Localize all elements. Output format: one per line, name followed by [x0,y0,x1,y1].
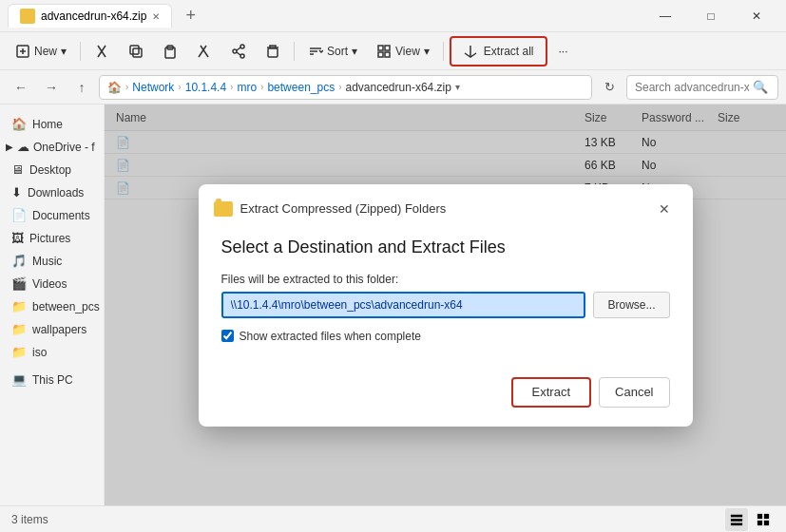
breadcrumb-home-icon: 🏠 [107,81,122,94]
tab-close-btn[interactable]: ✕ [152,11,160,22]
view-button[interactable]: View ▾ [369,36,437,66]
sidebar-item-documents[interactable]: 📄 Documents [4,204,100,226]
music-icon: 🎵 [11,254,27,268]
dialog-checkbox-label: Show extracted files when complete [240,330,421,343]
dialog-extract-button[interactable]: Extract [511,377,591,408]
sidebar-videos-label: Videos [32,277,67,291]
grid-view-button[interactable] [752,508,775,531]
rename-button[interactable] [189,36,220,66]
paste-button[interactable] [155,36,185,66]
folder-icon-iso: 📁 [11,345,27,359]
maximize-button[interactable]: □ [689,1,733,31]
breadcrumb-dropdown[interactable]: ▾ [455,82,460,92]
bc-sep-5: › [338,82,341,92]
dialog-footer: Extract Cancel [199,377,693,427]
items-count: 3 items [11,513,48,526]
search-icon: 🔍 [753,80,768,94]
dialog-path-row: Browse... [221,292,670,318]
dialog-title-area: Extract Compressed (Zipped) Folders [214,201,447,217]
extract-all-button[interactable]: Extract all [450,36,547,66]
sidebar: 🏠 Home ▶ ☁ OneDrive - f 🖥 Desktop ⬇ Down… [0,104,105,505]
svg-rect-21 [385,46,390,50]
sidebar-item-between-pcs[interactable]: 📁 between_pcs [4,295,100,317]
view-label: View [395,45,420,58]
sidebar-between-pcs-label: between_pcs [32,300,100,314]
folder-icon-wallpapers: 📁 [11,322,27,336]
up-button[interactable]: ↑ [68,74,95,101]
svg-point-13 [233,49,237,53]
sidebar-documents-label: Documents [32,209,90,222]
delete-icon [265,44,280,59]
sidebar-item-videos[interactable]: 🎬 Videos [4,273,100,294]
window-controls: — □ ✕ [643,1,778,31]
new-button[interactable]: New ▾ [8,36,74,66]
address-bar: ← → ↑ 🏠 › Network › 10.1.4.4 › mro › bet… [0,70,786,104]
grid-view-icon [757,513,770,526]
cut-icon [94,44,109,59]
folder-icon-between: 📁 [11,299,27,314]
dialog-browse-button[interactable]: Browse... [593,292,669,318]
dialog-path-input[interactable] [221,292,586,318]
sidebar-music-label: Music [32,255,62,268]
svg-line-14 [237,48,240,50]
extract-all-label: Extract all [484,45,534,58]
active-tab[interactable]: advancedrun-x64.zip ✕ [8,4,172,28]
bc-mro[interactable]: mro [237,81,257,94]
dialog-overlay: Extract Compressed (Zipped) Folders ✕ Se… [105,104,786,505]
dialog-heading: Select a Destination and Extract Files [221,238,670,257]
cut-button[interactable] [86,36,117,66]
svg-rect-27 [731,519,742,522]
dialog-titlebar: Extract Compressed (Zipped) Folders ✕ [199,184,693,230]
forward-button[interactable]: → [38,74,65,101]
close-button[interactable]: ✕ [735,1,778,31]
bc-between-pcs[interactable]: between_pcs [267,81,335,94]
more-button[interactable]: ··· [551,36,576,66]
view-icon [376,44,392,59]
search-input[interactable] [635,81,749,94]
bc-network[interactable]: Network [132,81,174,94]
sidebar-item-home[interactable]: 🏠 Home [4,113,100,135]
sidebar-item-this-pc[interactable]: 💻 This PC [4,369,100,390]
sidebar-wallpapers-label: wallpapers [32,323,86,336]
sidebar-item-desktop[interactable]: 🖥 Desktop [4,159,100,180]
svg-rect-16 [268,48,278,57]
sort-icon [308,44,323,59]
home-icon: 🏠 [11,117,27,131]
svg-rect-28 [731,522,742,525]
breadcrumb-bar[interactable]: 🏠 › Network › 10.1.4.4 › mro › between_p… [99,75,592,100]
tab-zip-icon [20,9,35,24]
sidebar-onedrive-label: OneDrive - f [33,141,95,154]
dialog-cancel-button[interactable]: Cancel [599,377,669,408]
back-button[interactable]: ← [8,74,34,101]
dialog-close-button[interactable]: ✕ [651,196,678,222]
sort-button[interactable]: Sort ▾ [300,36,365,66]
detail-view-button[interactable] [725,508,748,531]
pictures-icon: 🖼 [11,231,24,245]
onedrive-expand-arrow: ▶ [6,142,13,152]
minimize-button[interactable]: — [643,1,687,31]
delete-button[interactable] [258,36,288,66]
copy-button[interactable] [121,36,151,66]
sidebar-item-pictures[interactable]: 🖼 Pictures [4,227,100,249]
bc-sep-3: › [230,82,233,92]
paste-icon [163,44,178,59]
svg-point-12 [240,54,244,58]
dialog-show-files-checkbox[interactable] [221,330,234,342]
downloads-icon: ⬇ [11,185,22,200]
sidebar-item-music[interactable]: 🎵 Music [4,250,100,272]
new-tab-button[interactable]: + [180,6,201,26]
sidebar-item-wallpapers[interactable]: 📁 wallpapers [4,318,100,340]
search-box: 🔍 [626,75,778,100]
bc-ip[interactable]: 10.1.4.4 [185,81,226,94]
sidebar-item-downloads[interactable]: ⬇ Downloads [4,181,100,203]
share-button[interactable] [223,36,254,66]
sort-label: Sort [327,45,348,58]
sidebar-item-onedrive[interactable]: ▶ ☁ OneDrive - f [0,136,104,158]
new-dropdown-arrow: ▾ [61,45,67,58]
extract-all-icon [463,44,478,59]
documents-icon: 📄 [11,208,27,222]
toolbar-divider-3 [443,42,444,61]
refresh-button[interactable]: ↻ [596,74,623,101]
onedrive-icon: ☁ [17,140,29,154]
sidebar-item-iso[interactable]: 📁 iso [4,341,100,363]
